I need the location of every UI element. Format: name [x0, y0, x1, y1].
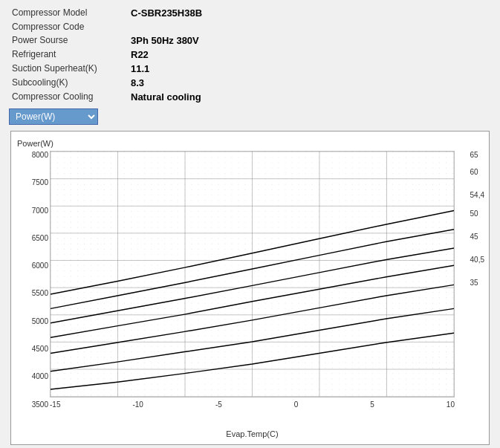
refrigerant-value: R22	[128, 48, 491, 62]
x-tick-minus15: -15	[50, 400, 60, 409]
compressor-code-row: Compressor Code	[9, 20, 491, 33]
compressor-cooling-label: Compressor Cooling	[9, 90, 128, 104]
legend-60: 60	[470, 168, 484, 176]
chart-type-dropdown[interactable]: Power(W) Current(A) EER Capacity(W)	[9, 108, 98, 125]
legend-50: 50	[470, 210, 484, 218]
chart-inner: 8000 7500 7000 6500 6000 5500 5000 4500 …	[50, 151, 455, 409]
suction-superheat-value: 11.1	[128, 62, 491, 76]
x-tick-0: 0	[294, 400, 299, 409]
compressor-model-label: Compressor Model	[9, 6, 128, 20]
chart-container: Power(W) 8000 7500 7000 6500 6000 5500 5…	[10, 131, 490, 445]
y-tick-6500: 6500	[17, 234, 48, 242]
x-tick-10: 10	[447, 400, 455, 409]
y-tick-3500: 3500	[17, 400, 48, 409]
power-source-value: 3Ph 50Hz 380V	[128, 33, 491, 48]
suction-superheat-row: Suction Superheat(K) 11.1	[9, 62, 491, 76]
y-axis-ticks: 8000 7500 7000 6500 6000 5500 5000 4500 …	[17, 151, 48, 409]
dropdown-container: Power(W) Current(A) EER Capacity(W)	[9, 108, 491, 125]
y-tick-8000: 8000	[17, 151, 48, 159]
y-tick-4000: 4000	[17, 372, 48, 380]
subcooling-row: Subcooling(K) 8.3	[9, 76, 491, 90]
y-tick-7000: 7000	[17, 207, 48, 215]
y-tick-5000: 5000	[17, 317, 48, 325]
compressor-code-label: Compressor Code	[9, 20, 128, 33]
legend-35: 35	[470, 279, 484, 287]
power-source-label: Power Sourse	[9, 33, 128, 48]
refrigerant-label: Refrigerant	[9, 48, 128, 62]
subcooling-label: Subcooling(K)	[9, 76, 128, 90]
y-tick-5500: 5500	[17, 289, 48, 297]
power-source-row: Power Sourse 3Ph 50Hz 380V	[9, 33, 491, 48]
x-axis-label: Evap.Temp(C)	[50, 429, 455, 438]
legend-65: 65	[470, 151, 484, 159]
compressor-cooling-value: Natural cooling	[128, 90, 491, 104]
subcooling-value: 8.3	[128, 76, 491, 90]
main-container: Compressor Model C-SBR235H38B Compressor…	[0, 0, 500, 448]
y-tick-6000: 6000	[17, 262, 48, 270]
x-tick-minus5: -5	[215, 400, 222, 409]
compressor-code-value	[128, 20, 491, 33]
chart-svg	[50, 151, 455, 397]
suction-superheat-label: Suction Superheat(K)	[9, 62, 128, 76]
compressor-cooling-row: Compressor Cooling Natural cooling	[9, 90, 491, 104]
compressor-model-row: Compressor Model C-SBR235H38B	[9, 6, 491, 20]
x-axis-ticks: -15 -10 -5 0 5 10	[50, 400, 455, 409]
compressor-model-value: C-SBR235H38B	[128, 6, 491, 20]
y-tick-7500: 7500	[17, 178, 48, 186]
legend-544: 54,4	[470, 191, 484, 199]
chart-legend: 65 60 54,4 50 45 40,5 35	[470, 151, 484, 287]
legend-405: 40,5	[470, 256, 484, 264]
refrigerant-row: Refrigerant R22	[9, 48, 491, 62]
chart-y-label: Power(W)	[17, 139, 53, 148]
legend-45: 45	[470, 233, 484, 241]
x-tick-minus10: -10	[132, 400, 143, 409]
y-tick-4500: 4500	[17, 345, 48, 353]
x-tick-5: 5	[370, 400, 374, 409]
info-table: Compressor Model C-SBR235H38B Compressor…	[9, 6, 491, 104]
